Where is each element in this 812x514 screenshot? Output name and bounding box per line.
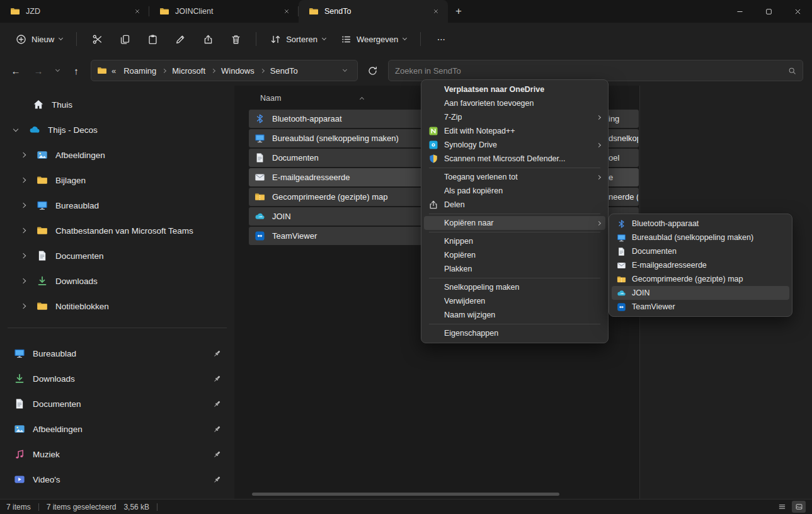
clipped-column-text: e — [609, 168, 638, 186]
submenu-item-documenten[interactable]: Documenten — [612, 244, 789, 258]
view-button[interactable]: Weergeven — [334, 28, 413, 50]
submenu-item-gecomprimeerde-map[interactable]: Gecomprimeerde (gezipte) map — [612, 272, 789, 286]
address-dropdown-button[interactable] — [338, 70, 352, 71]
cut-button[interactable] — [84, 28, 110, 50]
sidebar-item-bijlagen[interactable]: Bijlagen — [5, 168, 229, 193]
maximize-button[interactable] — [754, 0, 783, 23]
chevron-right-icon[interactable] — [18, 229, 29, 232]
breadcrumb-roaming[interactable]: Roaming — [120, 64, 159, 77]
chevron-right-icon[interactable] — [18, 254, 29, 258]
menu-item-rename[interactable]: Naam wijzigen — [424, 308, 605, 322]
sidebar-item-afbeeldingen[interactable]: Afbeeldingen — [5, 142, 229, 168]
menu-item-defender-scan[interactable]: Scannen met Microsoft Defender... — [424, 152, 605, 166]
sidebar-item-home[interactable]: Thuis — [5, 92, 229, 117]
menu-item-copy-to[interactable]: Kopiëren naar — [424, 216, 605, 230]
pinned-item-muziek[interactable]: Muziek — [5, 442, 229, 467]
notepadpp-icon — [428, 126, 439, 136]
menu-item-delete[interactable]: Verwijderen — [424, 294, 605, 308]
sidebar-item-label: Thuis — [52, 100, 72, 110]
sidebar-item-downloads[interactable]: Downloads — [5, 268, 229, 294]
chevron-right-icon[interactable] — [18, 178, 29, 182]
breadcrumb-sendto[interactable]: SendTo — [267, 64, 301, 77]
tab-close-icon[interactable] — [280, 4, 294, 18]
menu-item-add-to-favorites[interactable]: Aan favorieten toevoegen — [424, 96, 605, 110]
delete-icon — [231, 34, 241, 45]
column-header-naam[interactable]: Naam — [260, 91, 363, 106]
new-button[interactable]: Nieuw — [9, 28, 69, 50]
tab-close-icon[interactable] — [130, 4, 144, 18]
menu-item-grant-access[interactable]: Toegang verlenen tot — [424, 170, 605, 184]
copy-button[interactable] — [112, 28, 138, 50]
chevron-down-icon — [59, 36, 63, 40]
up-button[interactable]: ↑ — [66, 60, 87, 81]
menu-item-paste[interactable]: Plakken — [424, 262, 605, 276]
rename-button[interactable] — [167, 28, 193, 50]
menu-item-share[interactable]: Delen — [424, 198, 605, 212]
details-view-button[interactable] — [775, 501, 789, 513]
pinned-item-documenten[interactable]: Documenten — [5, 391, 229, 416]
desktop-icon — [14, 348, 25, 359]
menu-item-move-to-onedrive[interactable]: Verplaatsen naar OneDrive — [424, 83, 605, 96]
breadcrumb-overflow-icon[interactable]: « — [110, 66, 117, 76]
menu-item-create-shortcut[interactable]: Snelkoppeling maken — [424, 280, 605, 294]
menu-item-copy-as-path[interactable]: Als pad kopiëren — [424, 184, 605, 198]
paste-button[interactable] — [139, 28, 166, 50]
close-button[interactable] — [783, 0, 812, 23]
sort-button[interactable]: Sorteren — [263, 28, 333, 50]
more-button[interactable]: ⋯ — [428, 28, 454, 50]
forward-button[interactable]: → — [28, 60, 49, 81]
breadcrumb-windows[interactable]: Windows — [218, 64, 258, 77]
sidebar-item-onedrive[interactable]: Thijs - Decos — [5, 117, 229, 142]
history-dropdown-button[interactable] — [50, 60, 64, 81]
submenu-item-bureaublad-snelkoppeling[interactable]: Bureaublad (snelkoppeling maken) — [612, 231, 789, 244]
breadcrumb-microsoft[interactable]: Microsoft — [169, 64, 209, 77]
sidebar-item-bureaublad[interactable]: Bureaublad — [5, 193, 229, 218]
sidebar-item-chatbestanden[interactable]: Chatbestanden van Microsoft Teams — [5, 218, 229, 243]
pictures-icon — [14, 423, 25, 435]
menu-item-edit-with-notepadpp[interactable]: Edit with Notepad++ — [424, 124, 605, 138]
back-button[interactable]: ← — [5, 60, 26, 81]
pinned-item-label: Bureaublad — [33, 349, 76, 358]
new-tab-button[interactable]: + — [448, 0, 469, 23]
submenu-item-join[interactable]: JOIN — [612, 286, 789, 300]
menu-item-7zip[interactable]: 7-Zip — [424, 110, 605, 124]
refresh-icon — [367, 66, 378, 76]
thumbnail-view-button[interactable] — [792, 501, 806, 513]
share-icon — [428, 200, 439, 210]
chevron-right-icon[interactable] — [18, 153, 29, 157]
submenu-item-emailgeadresseerde[interactable]: E-mailgeadresseerde — [612, 258, 789, 272]
minimize-button[interactable] — [725, 0, 754, 23]
chevron-right-icon[interactable] — [18, 279, 29, 283]
zip-folder-icon — [617, 275, 626, 284]
titlebar: JZD JOINClient SendTo + — [0, 0, 812, 23]
menu-item-properties[interactable]: Eigenschappen — [424, 326, 605, 340]
horizontal-scrollbar[interactable] — [252, 493, 559, 496]
search-box[interactable] — [388, 60, 803, 81]
pinned-item-downloads[interactable]: Downloads — [5, 366, 229, 391]
share-button[interactable] — [195, 28, 221, 50]
refresh-button[interactable] — [362, 60, 383, 81]
menu-item-synology-drive[interactable]: Synology Drive — [424, 138, 605, 152]
chevron-right-icon[interactable] — [18, 203, 29, 207]
folder-icon — [10, 6, 20, 16]
pin-icon — [212, 475, 222, 484]
tab-sendto[interactable]: SendTo — [299, 0, 448, 23]
address-bar[interactable]: « Roaming Microsoft Windows SendTo — [91, 60, 358, 81]
search-input[interactable] — [395, 66, 788, 76]
pinned-item-bureaublad[interactable]: Bureaublad — [5, 341, 229, 366]
submenu-item-teamviewer[interactable]: TeamViewer — [612, 300, 789, 314]
chevron-right-icon[interactable] — [18, 304, 29, 308]
menu-item-cut[interactable]: Knippen — [424, 234, 605, 248]
tab-jzd[interactable]: JZD — [0, 0, 149, 23]
tab-joinclient[interactable]: JOINClient — [149, 0, 299, 23]
pinned-item-afbeeldingen[interactable]: Afbeeldingen — [5, 416, 229, 442]
pinned-item-label: Downloads — [33, 374, 75, 384]
delete-button[interactable] — [222, 28, 249, 50]
chevron-down-icon[interactable] — [10, 129, 21, 131]
menu-item-copy[interactable]: Kopiëren — [424, 248, 605, 262]
sidebar-item-documenten[interactable]: Documenten — [5, 243, 229, 268]
sidebar-item-notitieblokken[interactable]: Notitieblokken — [5, 294, 229, 319]
pinned-item-videos[interactable]: Video's — [5, 467, 229, 492]
tab-close-icon[interactable] — [429, 4, 443, 18]
submenu-item-bluetooth[interactable]: Bluetooth-apparaat — [612, 217, 789, 231]
